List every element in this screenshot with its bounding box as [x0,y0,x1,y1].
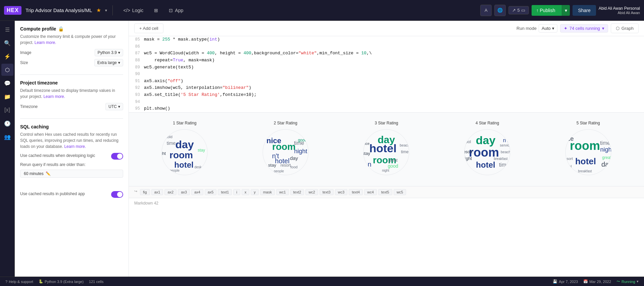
var-tag-text5[interactable]: text5 [378,189,392,195]
sql-caching-title: SQL caching [20,124,123,129]
line-num-94: 94 [129,99,144,105]
globe-icon[interactable]: 🌐 [494,5,506,16]
cells-running-btn[interactable]: ✦ 74 cells running ▾ [560,24,608,33]
var-tag-mask[interactable]: mask [260,189,275,195]
word-cloud-item-1: 1 Star Ratingdayroomhoteltimestaytoldnig… [134,121,235,178]
var-tag-x[interactable]: x [242,189,250,195]
sidebar-item-search[interactable]: 🔍 [1,37,13,49]
var-tag-ax2[interactable]: ax2 [164,189,177,195]
publish-btn[interactable]: ↑ Publish ▾ [532,5,570,16]
var-tag-text3[interactable]: text3 [319,189,334,195]
run-count-btn[interactable]: ↗ 5 ▭ [508,6,529,14]
calendar-icon: 📅 [583,279,588,284]
logic-code-icon: </> [123,8,130,13]
svg-text:pool: pool [564,164,572,168]
font-size-btn[interactable]: A [480,5,492,16]
project-title: Trip Advisor Data Analysis/ML [26,7,92,13]
var-tag-ax3[interactable]: ax3 [178,189,190,195]
help-support-label: Help & support [9,280,33,284]
run-mode-select[interactable]: Auto ▾ [539,24,557,33]
svg-text:room: room [169,150,193,160]
code-editor: 85 mask = 255 * mask.astype(int) 86 87 w… [129,36,644,112]
image-label: Image [20,50,31,55]
tab-app[interactable]: ⊡ App [163,5,189,16]
var-tag-text4[interactable]: text4 [349,189,363,195]
var-tag-fig[interactable]: fig [140,189,150,195]
project-chevron-icon[interactable]: ▾ [105,8,107,13]
help-support-item[interactable]: ? Help & support [5,280,33,284]
code-line-93: 93 ax5.set_title('5 Star Rating',fontsiz… [129,92,644,99]
sql-learn-more-link[interactable]: Learn more. [64,144,86,149]
timezone-row: Timezone UTC ▾ [20,103,123,110]
nav-actions: A 🌐 ↗ 5 ▭ ↑ Publish ▾ Share Abid Ali Awa… [480,5,640,16]
add-cell-button[interactable]: + Add cell [134,23,163,33]
word-cloud-svg-2: roomnicetimenightn'tdaystayresortfoodhot… [255,128,316,177]
timezone-label-title: Project timezone [20,80,58,85]
compute-learn-more-link[interactable]: Learn more. [35,40,56,45]
var-tag-ax5[interactable]: ax5 [205,189,217,195]
cache-time-input[interactable]: 60 minutes ✏️ [20,170,123,178]
user-sub: Abid Ali Awan [618,11,640,15]
var-tag-y[interactable]: y [251,189,259,195]
word-cloud-title-2: 2 Star Rating [235,121,336,125]
var-tag-wc2[interactable]: wc2 [305,189,318,195]
publish-caret[interactable]: ▾ [562,5,570,16]
use-cached-toggle[interactable] [111,153,123,160]
svg-text:n't: n't [503,137,509,143]
sql-caching-section: SQL caching Control when Hex uses cached… [20,124,123,178]
var-tag-ax1[interactable]: ax1 [151,189,163,195]
share-button[interactable]: Share [573,5,596,16]
word-cloud-item-4: 4 Star Ratingdayroomhoteltimepoolresorts… [437,121,538,178]
compute-profile-section: Compute profile 🔒 Customize the memory l… [20,26,123,66]
tab-grid[interactable]: ⊞ [149,5,163,16]
sidebar-item-cube[interactable]: ⬡ [1,64,13,76]
var-tag-wc5[interactable]: wc5 [394,189,406,195]
code-cell[interactable]: 85 mask = 255 * mask.astype(int) 86 87 w… [129,36,644,277]
size-select[interactable]: Extra large ▾ [94,59,123,66]
publish-main[interactable]: ↑ Publish [532,5,560,16]
tab-logic[interactable]: </> Logic [118,5,149,16]
use-cached-published-toggle[interactable] [111,191,123,198]
image-value: Python 3.9 [98,50,117,55]
var-tag-wc4[interactable]: wc4 [364,189,377,195]
word-cloud-svg-1: dayroomhoteltimestaytoldnightpeopledesk [154,128,215,177]
svg-text:service: service [500,143,512,147]
return-arrow-icon: ↪ [134,189,137,195]
run-mode-chevron-icon: ▾ [552,26,554,31]
size-label: Size [20,60,28,65]
word-cloud-title-3: 3 Star Rating [336,121,437,125]
var-tag-ax4[interactable]: ax4 [191,189,203,195]
sidebar-item-users[interactable]: 👥 [1,131,13,143]
var-tag-text2[interactable]: text2 [290,189,304,195]
size-value: Extra large [97,60,117,65]
star-icon[interactable]: ★ [96,7,101,13]
var-tag-i[interactable]: i [233,189,240,195]
sidebar-item-chat[interactable]: 💬 [1,77,13,89]
status-bar: ? Help & support 🐍 Python 3.9 (Extra lar… [0,277,644,286]
cells-running-chevron-icon: ▾ [602,26,604,31]
graph-button[interactable]: ⬡ Graph [611,23,639,33]
timezone-select[interactable]: UTC ▾ [105,103,123,110]
sidebar-item-menu[interactable]: ☰ [1,23,13,36]
line-num-85: 85 [129,36,144,43]
timezone-learn-more-link[interactable]: Learn more. [43,94,65,99]
run-count: 5 [517,8,519,13]
image-select[interactable]: Python 3.9 ▾ [95,49,123,56]
code-line-87: 87 wc5 = WordCloud(width = 400, height =… [129,50,644,57]
use-cached-published-label: Use cached results in published app [20,191,85,197]
line-num-95: 95 [129,105,144,112]
toggle-knob [117,154,122,159]
word-cloud-title-5: 5 Star Rating [538,121,639,125]
var-tag-wc1[interactable]: wc1 [276,189,289,195]
output-area: 1 Star Ratingdayroomhoteltimestaytoldnig… [129,112,644,186]
code-line-95: 95 plt.show() [129,105,644,112]
sidebar-item-lightning[interactable]: ⚡ [1,50,13,62]
sidebar-item-history[interactable]: 🕐 [1,117,13,129]
var-tag-wc3[interactable]: wc3 [335,189,348,195]
date-created-label: Mar 29, 2022 [589,280,611,284]
var-tag-text1[interactable]: text1 [218,189,232,195]
sidebar-item-folder[interactable]: 📁 [1,91,13,103]
running-wave-icon: 〜 [616,279,620,284]
run-mode: Run mode Auto ▾ [516,24,557,33]
sidebar-item-variable[interactable]: [x] [1,104,13,116]
